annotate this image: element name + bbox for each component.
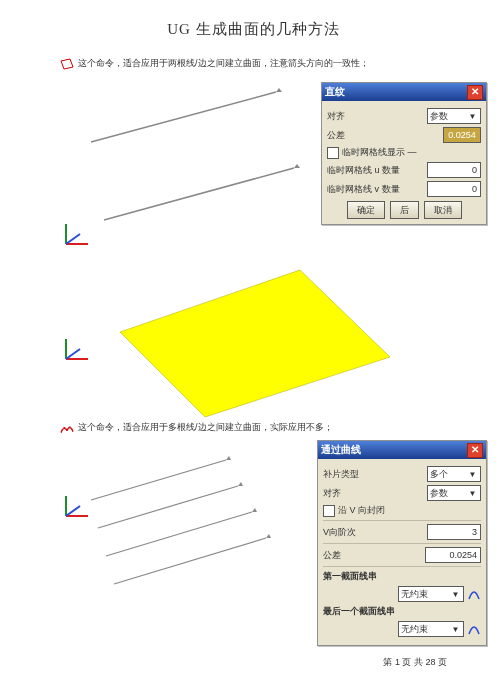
cancel-button[interactable]: 取消 [424, 201, 462, 219]
figure-ruled-input: 直纹 ✕ 对齐 参数 ▼ 公差 0.0254 [60, 76, 447, 256]
chevron-down-icon: ▼ [467, 489, 478, 498]
v-deg-field[interactable]: 3 [427, 524, 481, 540]
geom-icon[interactable] [467, 622, 481, 636]
align-label: 对齐 [327, 110, 345, 123]
page-title: UG 生成曲面的几种方法 [60, 20, 447, 39]
svg-marker-5 [120, 270, 390, 417]
chevron-down-icon: ▼ [450, 590, 461, 599]
dialog-ruled-title: 直纹 [325, 85, 345, 99]
patch-type-combo[interactable]: 多个 ▼ [427, 466, 481, 482]
tolerance-field[interactable]: 0.0254 [443, 127, 481, 143]
figure-through-curves: 通过曲线 ✕ 补片类型 多个 ▼ 对齐 参数 [60, 440, 447, 610]
svg-line-9 [91, 460, 226, 500]
chevron-down-icon: ▼ [450, 625, 461, 634]
first-section-label: 第一截面线串 [323, 570, 377, 583]
grid-u-field[interactable]: 0 [427, 162, 481, 178]
grid-v-field[interactable]: 0 [427, 181, 481, 197]
back-button[interactable]: 后 [390, 201, 419, 219]
first-section-combo[interactable]: 无约束 ▼ [398, 586, 464, 602]
grid-u-label: 临时网格线 u 数量 [327, 164, 400, 177]
axes-icon [62, 218, 92, 248]
axes-icon [62, 490, 92, 520]
align-label: 对齐 [323, 487, 341, 500]
svg-line-1 [104, 168, 294, 220]
figure-ruled-result [60, 256, 447, 421]
tolerance-label: 公差 [327, 129, 345, 142]
ruled-surface-icon [60, 58, 74, 70]
tolerance-field[interactable]: 0.0254 [425, 547, 481, 563]
svg-line-12 [114, 538, 266, 584]
tolerance-label: 公差 [323, 549, 341, 562]
align-combo[interactable]: 参数 ▼ [427, 108, 481, 124]
geom-icon[interactable] [467, 587, 481, 601]
through-curves-icon [60, 422, 74, 434]
ok-button[interactable]: 确定 [347, 201, 385, 219]
dialog-ruled: 直纹 ✕ 对齐 参数 ▼ 公差 0.0254 [321, 82, 487, 225]
v-closed-checkbox[interactable] [323, 505, 335, 517]
svg-line-8 [66, 349, 80, 359]
svg-line-4 [66, 234, 80, 244]
axes-icon [62, 333, 92, 363]
patch-type-label: 补片类型 [323, 468, 359, 481]
grid-display-checkbox[interactable] [327, 147, 339, 159]
page-footer: 第 1 页 共 28 页 [383, 656, 447, 669]
svg-line-15 [66, 506, 80, 516]
grid-v-label: 临时网格线 v 数量 [327, 183, 400, 196]
chevron-down-icon: ▼ [467, 470, 478, 479]
dialog-through-title: 通过曲线 [321, 443, 361, 457]
last-section-label: 最后一个截面线串 [323, 605, 395, 618]
close-button[interactable]: ✕ [467, 443, 483, 458]
chevron-down-icon: ▼ [467, 112, 478, 121]
align-combo[interactable]: 参数 ▼ [427, 485, 481, 501]
section1-desc: 这个命令，适合应用于两根线/边之间建立曲面，注意箭头方向的一致性； [78, 57, 369, 70]
last-section-combo[interactable]: 无约束 ▼ [398, 621, 464, 637]
v-closed-label: 沿 V 向封闭 [338, 504, 385, 517]
grid-display-label: 临时网格线显示 — [342, 146, 417, 159]
v-deg-label: V向阶次 [323, 526, 356, 539]
close-button[interactable]: ✕ [467, 85, 483, 100]
svg-line-0 [91, 92, 276, 142]
dialog-through-curves: 通过曲线 ✕ 补片类型 多个 ▼ 对齐 参数 [317, 440, 487, 646]
